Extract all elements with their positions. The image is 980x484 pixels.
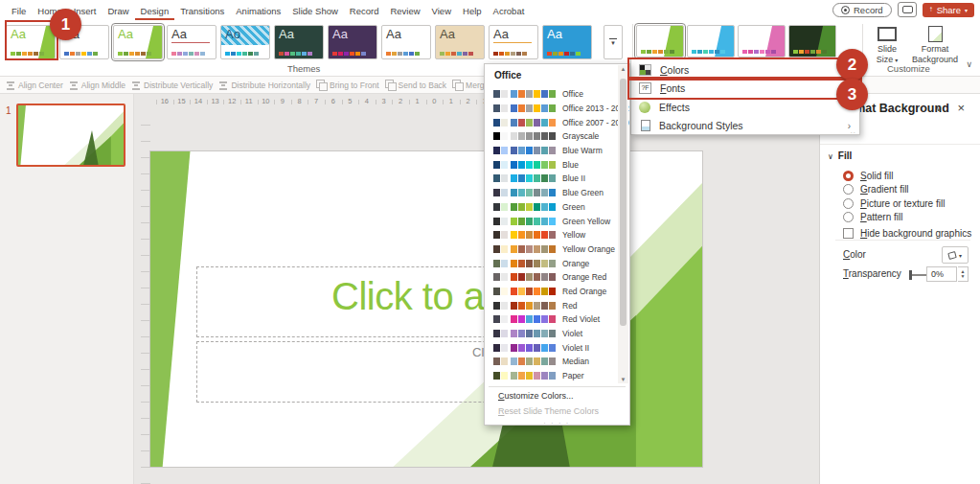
- color-swatch: [511, 189, 517, 196]
- color-scheme-office-2013-2022[interactable]: Office 2013 - 2022: [485, 102, 617, 116]
- color-scheme-name: Orange: [562, 259, 589, 268]
- pane-options-icon[interactable]: ∨: [935, 104, 942, 113]
- collapse-ribbon-icon[interactable]: ∨: [966, 59, 972, 69]
- comments-button[interactable]: [898, 2, 917, 17]
- share-button[interactable]: ↑ Share ▾: [923, 3, 974, 17]
- color-swatch: [526, 132, 533, 140]
- menu-item-effects[interactable]: Effects›: [632, 98, 858, 117]
- radio-button[interactable]: [843, 212, 854, 222]
- fill-section-header[interactable]: ∨Fill: [828, 150, 852, 161]
- menu-tab-help[interactable]: Help: [457, 2, 488, 20]
- color-scheme-blue[interactable]: Blue: [485, 157, 617, 172]
- hide-background-graphics-row[interactable]: Hide background graphics: [843, 228, 971, 239]
- color-scheme-violet-ii[interactable]: Violet II: [485, 340, 617, 355]
- fill-color-button[interactable]: ▾: [942, 246, 969, 264]
- color-swatch: [526, 231, 533, 239]
- radio-button[interactable]: [843, 184, 854, 195]
- menu-tab-view[interactable]: View: [426, 2, 457, 20]
- slider-thumb[interactable]: [909, 270, 912, 280]
- radio-pattern-fill[interactable]: Pattern fill: [843, 211, 976, 225]
- theme-thumbnail[interactable]: Aa: [435, 25, 485, 59]
- color-swatch: [511, 245, 517, 253]
- color-scheme-green[interactable]: Green: [485, 200, 617, 215]
- slide-size-button[interactable]: Slide Size▾: [867, 24, 907, 65]
- color-scheme-paper[interactable]: Paper: [485, 369, 617, 383]
- color-swatch: [493, 372, 500, 380]
- color-scheme-red-orange[interactable]: Red Orange: [485, 285, 617, 299]
- accent-dot: [748, 50, 753, 54]
- color-scheme-blue-ii[interactable]: Blue II: [485, 172, 617, 186]
- send-to-back-icon: [385, 80, 396, 90]
- menu-tab-design[interactable]: Design: [135, 2, 175, 20]
- format-background-button[interactable]: Format Background: [908, 24, 962, 65]
- record-button[interactable]: Record: [832, 3, 892, 17]
- menu-tab-review[interactable]: Review: [384, 2, 425, 20]
- color-scheme-office-2007-2010[interactable]: Office 2007 - 2010: [485, 115, 617, 129]
- close-icon[interactable]: ×: [957, 101, 965, 115]
- menu-item-background-styles[interactable]: Background Styles›: [632, 117, 858, 136]
- radio-picture-or-texture-fill[interactable]: Picture or texture fill: [843, 196, 976, 211]
- variant-thumbnail[interactable]: [788, 25, 836, 58]
- menu-tab-draw[interactable]: Draw: [102, 2, 134, 20]
- divider: [489, 386, 626, 387]
- color-scheme-orange-red[interactable]: Orange Red: [485, 270, 617, 285]
- variant-thumbnail[interactable]: [687, 25, 735, 58]
- color-scheme-red[interactable]: Red: [485, 298, 617, 312]
- color-scheme-yellow[interactable]: Yellow: [485, 228, 617, 242]
- scroll-down-icon[interactable]: ▼: [618, 377, 628, 382]
- menu-tab-slide-show[interactable]: Slide Show: [286, 2, 344, 20]
- color-swatch: [541, 161, 548, 169]
- theme-thumbnail[interactable]: Aa: [542, 25, 592, 59]
- color-scheme-grayscale[interactable]: Grayscale: [485, 129, 617, 144]
- color-scheme-office[interactable]: Office: [485, 87, 617, 102]
- theme-thumbnail[interactable]: Aa: [489, 25, 538, 59]
- color-scheme-yellow-orange[interactable]: Yellow Orange: [485, 242, 617, 257]
- hide-background-graphics-checkbox[interactable]: [843, 228, 854, 239]
- menu-tab-acrobat[interactable]: Acrobat: [488, 2, 531, 20]
- slide-thumbnail[interactable]: [16, 104, 125, 167]
- radio-button[interactable]: [843, 198, 854, 209]
- color-scheme-blue-warm[interactable]: Blue Warm: [485, 144, 617, 158]
- menu-tab-record[interactable]: Record: [344, 2, 385, 20]
- align-middle-button[interactable]: Align Middle: [69, 81, 125, 90]
- send-to-back-button[interactable]: Send to Back: [385, 80, 447, 90]
- theme-thumbnail[interactable]: Aa: [274, 25, 324, 59]
- themes-more-button[interactable]: ▼: [604, 25, 623, 59]
- accent-dots: [225, 52, 259, 56]
- flyout-scrollbar[interactable]: ▲ ▼: [618, 65, 628, 383]
- distribute-vertically-button[interactable]: Distribute Vertically: [131, 81, 213, 90]
- distribute-horizontally-button[interactable]: Distribute Horizontally: [218, 81, 310, 90]
- menu-tab-animations[interactable]: Animations: [230, 2, 286, 20]
- color-swatch: [534, 330, 540, 337]
- color-strip: [493, 174, 556, 182]
- theme-thumbnail[interactable]: Aa: [167, 25, 217, 59]
- scrollbar-thumb[interactable]: [620, 79, 627, 326]
- theme-thumbnail[interactable]: Ao: [220, 25, 270, 59]
- theme-thumbnail[interactable]: Aa: [328, 25, 377, 59]
- align-center-button[interactable]: Align Center: [6, 81, 63, 90]
- color-scheme-orange[interactable]: Orange: [485, 256, 617, 270]
- radio-solid-fill[interactable]: Solid fill: [843, 169, 976, 183]
- color-scheme-green-yellow[interactable]: Green Yellow: [485, 214, 617, 228]
- variant-thumbnail[interactable]: [738, 25, 786, 58]
- color-scheme-blue-green[interactable]: Blue Green: [485, 186, 617, 200]
- spin-down-icon[interactable]: ▼: [961, 274, 966, 279]
- menu-tab-transitions[interactable]: Transitions: [174, 2, 230, 20]
- color-swatch: [534, 260, 540, 267]
- theme-thumbnail[interactable]: Aa: [381, 25, 431, 59]
- radio-button[interactable]: [843, 171, 854, 181]
- menu-tab-file[interactable]: File: [6, 2, 32, 20]
- transparency-input[interactable]: 0%: [926, 266, 957, 282]
- color-scheme-median[interactable]: Median: [485, 355, 617, 369]
- theme-thumbnail[interactable]: Aa: [113, 25, 163, 59]
- variant-thumbnail[interactable]: [636, 25, 684, 58]
- color-scheme-violet[interactable]: Violet: [485, 327, 617, 341]
- accent-dot: [451, 52, 456, 56]
- radio-gradient-fill[interactable]: Gradient fill: [843, 183, 976, 197]
- bring-to-front-button[interactable]: Bring to Front: [316, 80, 379, 90]
- color-swatch: [511, 231, 517, 239]
- accent-dot: [254, 52, 259, 56]
- transparency-spinner[interactable]: ▲▼: [958, 266, 969, 282]
- color-scheme-red-violet[interactable]: Red Violet: [485, 312, 617, 327]
- customize-colors-item[interactable]: Customize Colors...: [498, 391, 574, 401]
